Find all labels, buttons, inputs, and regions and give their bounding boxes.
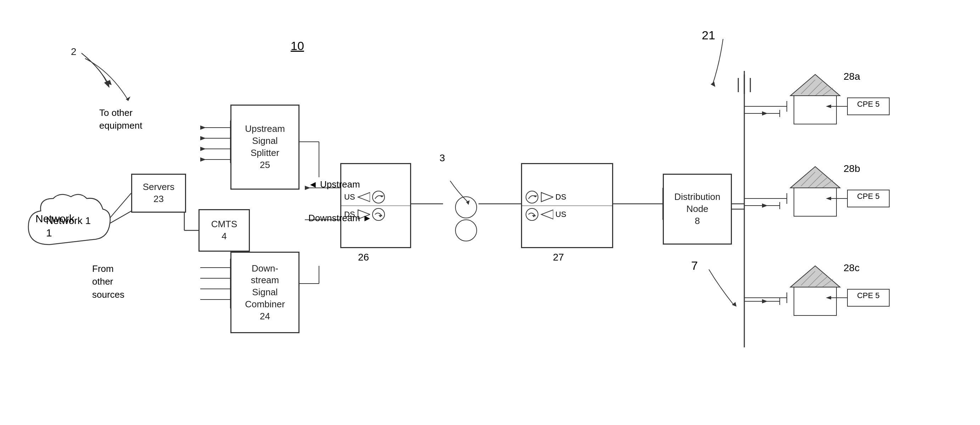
fiber-circles <box>447 195 485 245</box>
house-28a-svg <box>787 71 843 127</box>
cmts-box: CMTS4 <box>199 209 250 251</box>
us-triangle-left-27 <box>541 209 553 220</box>
ref-26: 26 <box>358 251 369 263</box>
house-28a <box>787 71 843 127</box>
from-other-sources-label: Fromothersources <box>92 262 124 301</box>
svg-marker-58 <box>541 210 553 219</box>
downstream-combiner-box: Down-streamSignalCombiner24 <box>231 251 299 333</box>
cpe-28c-box: CPE 5 <box>847 289 889 307</box>
ref-28b: 28b <box>843 163 860 174</box>
svg-marker-67 <box>791 167 840 188</box>
svg-rect-72 <box>794 188 837 216</box>
ref2-arrow <box>71 46 124 89</box>
upstream-splitter-label: UpstreamSignalSplitter25 <box>245 123 285 171</box>
cpe-28b-label: CPE 5 <box>857 192 880 201</box>
svg-marker-95 <box>126 96 130 101</box>
svg-point-48 <box>372 209 385 220</box>
svg-marker-57 <box>532 215 536 217</box>
network-ref1: 1 <box>46 227 52 239</box>
top-circle-27 <box>525 190 539 204</box>
upstream-splitter-box: UpstreamSignalSplitter25 <box>231 105 299 189</box>
ref7-arrow <box>691 259 762 329</box>
distribution-node-box: DistributionNode8 <box>663 174 732 245</box>
svg-point-56 <box>526 209 538 220</box>
svg-point-51 <box>455 197 477 218</box>
cpe-28a-label: CPE 5 <box>857 100 880 108</box>
svg-marker-55 <box>541 193 553 202</box>
transceiver-26-us-row: US <box>341 189 410 206</box>
svg-marker-60 <box>732 302 737 307</box>
to-other-equipment-label: To otherequipment <box>99 106 142 132</box>
ref21-arrow <box>702 29 773 99</box>
svg-marker-73 <box>791 266 840 287</box>
house-28b <box>787 163 843 220</box>
distribution-node-label: DistributionNode8 <box>674 191 720 227</box>
ds-triangle-right-27 <box>541 192 553 202</box>
transceiver-27-box: DS US <box>521 163 613 248</box>
ref-27: 27 <box>553 251 564 263</box>
house-28c-svg <box>787 262 843 319</box>
us-label-26: US <box>344 193 355 202</box>
svg-point-45 <box>372 191 385 203</box>
svg-rect-78 <box>794 287 837 315</box>
svg-point-52 <box>455 220 477 241</box>
ref-10: 10 <box>291 39 304 53</box>
network-text: Network <box>35 213 75 225</box>
house-28b-svg <box>787 163 843 220</box>
transceiver-27-top-row: DS <box>522 189 612 206</box>
upstream-direction-label: ◄ Upstream <box>309 179 360 190</box>
house-28c <box>787 262 843 319</box>
network-diagram: 2 Network 1 Network 1 Servers23 To other… <box>0 0 980 425</box>
downstream-direction-label: Downstream ► <box>309 213 372 224</box>
downstream-combiner-label: Down-streamSignalCombiner24 <box>245 263 285 323</box>
svg-marker-44 <box>358 193 370 202</box>
svg-marker-43 <box>106 80 111 85</box>
ref-28c: 28c <box>843 262 859 274</box>
ref-3-label: 3 <box>439 153 445 164</box>
fiber-node-3 <box>443 181 479 210</box>
cmts-label: CMTS4 <box>211 218 237 242</box>
cpe-28b-box: CPE 5 <box>847 189 889 207</box>
cpe-28c-label: CPE 5 <box>857 291 880 300</box>
us-circle-26 <box>371 190 386 204</box>
ref-28a: 28a <box>843 71 860 82</box>
svg-point-53 <box>526 191 538 203</box>
cpe-28a-box: CPE 5 <box>847 97 889 115</box>
servers-box: Servers23 <box>131 174 186 213</box>
svg-marker-61 <box>791 75 840 96</box>
servers-label: Servers23 <box>143 181 175 205</box>
us-triangle-26 <box>357 192 370 202</box>
ds-circle-26 <box>371 207 386 221</box>
us-label-27-bottom: US <box>555 210 566 219</box>
transceiver-27-bottom-row: US <box>522 206 612 223</box>
ds-label-27-top: DS <box>555 193 566 202</box>
svg-marker-49 <box>379 215 382 217</box>
bottom-circle-27 <box>525 207 539 221</box>
svg-rect-66 <box>794 96 837 124</box>
transceiver-26-box: US DS <box>340 163 411 248</box>
